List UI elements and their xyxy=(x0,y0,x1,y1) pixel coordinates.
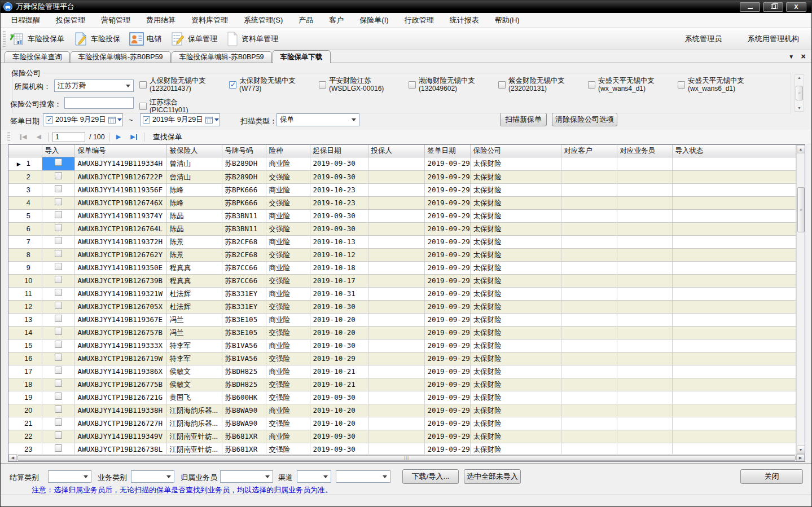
menu-item[interactable]: 日程提醒 xyxy=(3,15,48,25)
find-policy-button[interactable]: 查找保单 xyxy=(148,131,187,143)
table-row[interactable]: 18AWUXBJYCTP19B126775B侯敏文苏BDH825交强险2019-… xyxy=(8,378,796,391)
column-header[interactable]: 起保日期 xyxy=(310,145,368,157)
column-header[interactable]: 导入 xyxy=(42,145,74,157)
import-checkbox[interactable] xyxy=(55,367,62,374)
settle-type-select[interactable] xyxy=(48,470,91,483)
import-checkbox-cell[interactable] xyxy=(42,391,74,404)
import-checkbox-cell[interactable] xyxy=(42,274,74,287)
menu-item[interactable]: 保险单(I) xyxy=(352,15,396,25)
chevron-down-icon[interactable] xyxy=(214,118,219,121)
import-checkbox-cell[interactable] xyxy=(42,352,74,365)
company-list-scrollbar[interactable]: ▲ ≡ ▼ xyxy=(795,74,804,112)
company-checkbox-item[interactable]: 安盛天平无锡中支 (wx_wans6_d1) xyxy=(678,76,767,94)
import-checkbox[interactable] xyxy=(55,158,62,166)
calendar-icon[interactable] xyxy=(108,117,116,124)
import-checkbox-cell[interactable] xyxy=(42,313,74,326)
table-row[interactable]: 3AWUXBJYY1419B119356F陈峰苏BPK666商业险2019-10… xyxy=(8,183,796,196)
menu-item[interactable]: 营销管理 xyxy=(93,15,138,25)
document-tab[interactable]: 车险投保单编辑-苏B0BP59 xyxy=(71,51,171,63)
import-checkbox[interactable] xyxy=(55,405,62,413)
tab-close-icon[interactable]: × xyxy=(801,53,806,60)
table-row[interactable]: 15AWUXBJYY1419B119333X符李军苏B1VA56商业险2019-… xyxy=(8,339,796,352)
column-header[interactable]: 险种 xyxy=(266,145,310,157)
import-checkbox[interactable] xyxy=(55,211,62,218)
date-from-checkbox[interactable] xyxy=(46,116,53,124)
company-checkbox[interactable] xyxy=(409,81,416,89)
table-row[interactable]: 9AWUXBJYY1419B119350E程真真苏B7CC66商业险2019-1… xyxy=(8,261,796,274)
table-horizontal-scrollbar[interactable]: ◀ ||| ▶ xyxy=(8,454,805,461)
import-checkbox[interactable] xyxy=(55,289,62,296)
import-checkbox-cell[interactable] xyxy=(42,443,74,454)
menu-item[interactable]: 帮助(H) xyxy=(487,15,528,25)
pagination-drag-handle[interactable] xyxy=(7,132,10,142)
import-checkbox-cell[interactable] xyxy=(42,300,74,313)
import-checkbox-cell[interactable] xyxy=(42,378,74,391)
import-checkbox-cell[interactable] xyxy=(42,261,74,274)
company-checkbox-item[interactable]: 平安财险江苏 (WSDLGX-00016) xyxy=(319,76,409,94)
calendar-icon[interactable] xyxy=(205,117,213,124)
import-checkbox[interactable] xyxy=(55,276,62,283)
business-type-select[interactable] xyxy=(131,470,174,483)
table-row[interactable]: 12AWUXBJYCTP19B126705X杜法辉苏B331EY交强险2019-… xyxy=(8,300,796,313)
table-row[interactable]: 19AWUXBJYCTP19B126721G黄国飞苏B600HK交强险2019-… xyxy=(8,391,796,404)
table-row[interactable]: 8AWUXBJYCTP19B126762Y陈景苏B2CF68交强险2019-10… xyxy=(8,248,796,261)
table-row[interactable]: 17AWUXBJYY1419B119386X侯敏文苏BDH825商业险2019-… xyxy=(8,365,796,378)
scroll-right-icon[interactable]: ▶ xyxy=(796,455,805,461)
chevron-down-icon[interactable] xyxy=(117,118,122,121)
scroll-down-icon[interactable]: ▼ xyxy=(797,446,805,454)
company-checkbox-item[interactable]: 人保财险无锡中支 (1232011437) xyxy=(139,76,229,94)
import-checkbox-cell[interactable] xyxy=(42,157,74,170)
import-checkbox[interactable] xyxy=(55,237,62,244)
sign-date-to-picker[interactable]: 2019年 9月29日 xyxy=(140,113,220,126)
import-checkbox[interactable] xyxy=(55,198,62,205)
document-tab[interactable]: 车险保单下载 xyxy=(273,50,331,63)
import-checkbox-cell[interactable] xyxy=(42,365,74,378)
owner-salesman-select[interactable] xyxy=(220,470,273,483)
import-checkbox[interactable] xyxy=(55,172,62,179)
company-checkbox-item[interactable]: 渤海财险无锡中支 (132049602) xyxy=(409,76,498,94)
toolbar-car-insure-button[interactable]: 车险投保 xyxy=(73,31,120,47)
next-page-button[interactable]: ▶ xyxy=(113,132,124,142)
import-checkbox-cell[interactable] xyxy=(42,339,74,352)
import-checkbox-cell[interactable] xyxy=(42,196,74,209)
menu-item[interactable]: 费用结算 xyxy=(138,15,183,25)
import-checkbox[interactable] xyxy=(55,328,62,335)
clear-company-selection-button[interactable]: 清除保险公司选项 xyxy=(552,113,617,126)
scrollbar-thumb[interactable]: ≡ xyxy=(797,187,805,232)
table-row[interactable]: 21AWUXBJYCTP19B126727H江阴海韵乐器...苏B8WA90交强… xyxy=(8,417,796,430)
toolbar-policy-manage-button[interactable]: 保单管理 xyxy=(170,31,217,47)
table-row[interactable]: 5AWUXBJYY1419B119374Y陈晶苏B3BN11商业险2019-09… xyxy=(8,209,796,222)
table-row[interactable]: 23AWUXBJYCTP19B126738L江阴南亚针纺...苏B681XR交强… xyxy=(8,443,796,454)
first-page-button[interactable]: ◀ xyxy=(17,132,29,142)
scroll-down-icon[interactable]: ▼ xyxy=(797,105,801,111)
page-number-input[interactable] xyxy=(52,132,85,142)
import-checkbox-cell[interactable] xyxy=(42,248,74,261)
import-checkbox[interactable] xyxy=(55,380,62,387)
previous-page-button[interactable]: ◀ xyxy=(33,132,43,142)
table-row[interactable]: 22AWUXBJYY1419B119349V江阴南亚针纺...苏B681XR商业… xyxy=(8,430,796,443)
import-checkbox[interactable] xyxy=(55,224,62,231)
table-vertical-scrollbar[interactable]: ▲ ≡ ▼ xyxy=(796,145,805,454)
toolbar-drag-handle[interactable] xyxy=(3,31,6,47)
import-checkbox-cell[interactable] xyxy=(42,222,74,235)
import-checkbox[interactable] xyxy=(55,185,62,192)
column-header[interactable]: 被保险人 xyxy=(166,145,222,157)
import-checkbox-cell[interactable] xyxy=(42,287,74,300)
sign-date-from-picker[interactable]: 2019年 9月29日 xyxy=(43,113,123,126)
scroll-left-icon[interactable]: ◀ xyxy=(8,455,17,461)
table-row[interactable]: 13AWUXBJYY1419B119367E冯兰苏B3E105商业险2019-1… xyxy=(8,313,796,326)
scrollbar-thumb[interactable]: ≡ xyxy=(796,86,803,100)
company-checkbox-item[interactable]: 太保财险无锡中支 (W773) xyxy=(229,76,319,94)
column-header[interactable]: 对应业务员 xyxy=(617,145,672,157)
table-row[interactable]: 20AWUXBJYY1419B119338H江阴海韵乐器...苏B8WA90商业… xyxy=(8,404,796,417)
toolbar-data-sheet-button[interactable]: 资料单管理 xyxy=(226,31,278,47)
download-import-button[interactable]: 下载/导入... xyxy=(402,469,459,484)
date-to-checkbox[interactable] xyxy=(143,116,150,124)
scrollbar-thumb[interactable]: ||| xyxy=(17,455,796,461)
import-checkbox[interactable] xyxy=(55,302,62,309)
scroll-up-icon[interactable]: ▲ xyxy=(797,145,805,153)
import-checkbox-cell[interactable] xyxy=(42,183,74,196)
company-checkbox[interactable] xyxy=(678,81,685,89)
import-checkbox-cell[interactable] xyxy=(42,209,74,222)
import-checkbox[interactable] xyxy=(55,354,62,361)
